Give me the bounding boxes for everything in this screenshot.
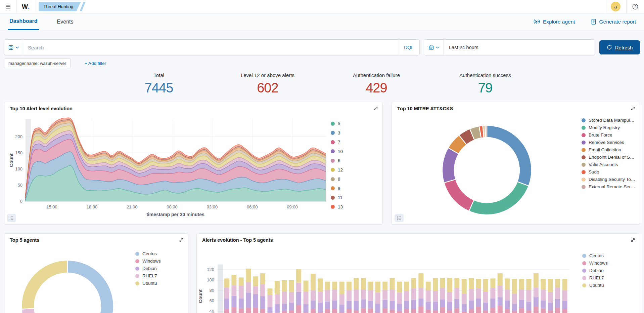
refresh-button[interactable]: Refresh: [599, 40, 640, 54]
legend-dot: [331, 177, 335, 181]
filter-row: manager.name: wazuh-server + Add filter: [4, 58, 106, 68]
logo-dot: .: [28, 3, 30, 10]
stat-total: Total 7445: [104, 72, 213, 95]
legend-item-rhel7[interactable]: RHEL7: [135, 273, 161, 278]
legend-item-ubuntu[interactable]: Ubuntu: [135, 281, 161, 286]
threat-hunting-dashboard: W. Threat Hunting a ? Dashboard Events: [0, 0, 644, 313]
legend-dot: [331, 196, 335, 200]
time-range-picker: Last 24 hours: [424, 39, 595, 55]
legend-label: Disabling Security To…: [589, 177, 635, 182]
donut-slice[interactable]: [21, 260, 67, 309]
search-input[interactable]: [28, 45, 398, 50]
donut-slice[interactable]: [485, 125, 487, 138]
donut-slice[interactable]: [444, 179, 474, 211]
calendar-dropdown-button[interactable]: [424, 40, 444, 55]
legend-item-email-collection[interactable]: Email Collection: [582, 147, 642, 152]
svg-text:100: 100: [207, 277, 214, 282]
panel-alerts-evolution-agents: Alerts evolution - Top 5 agents 40608010…: [196, 233, 640, 313]
svg-text:0: 0: [20, 199, 22, 204]
legend-item-13[interactable]: 13: [331, 204, 343, 209]
breadcrumb-slash: [80, 2, 86, 11]
filter-chip-manager-name[interactable]: manager.name: wazuh-server: [4, 58, 71, 68]
legend-item-3[interactable]: 3: [331, 130, 343, 135]
legend-item-modify-registry[interactable]: Modify Registry: [582, 125, 642, 130]
legend-item-6[interactable]: 6: [331, 158, 343, 163]
donut-slice[interactable]: [487, 125, 532, 186]
legend-label: Stored Data Manipul…: [589, 118, 635, 123]
legend-item-windows[interactable]: Windows: [582, 261, 608, 266]
module-tabs: Dashboard Events Explore agent Generate …: [0, 13, 644, 30]
donut-slice[interactable]: [469, 182, 529, 215]
legend-item-windows[interactable]: Windows: [135, 259, 161, 264]
legend-item-centos[interactable]: Centos: [582, 253, 608, 258]
legend-item-rhel7[interactable]: RHEL7: [582, 275, 608, 280]
legend-item-5[interactable]: 5: [331, 121, 343, 126]
legend-dot: [582, 133, 586, 137]
search-box: DQL: [23, 39, 420, 55]
legend-item-remove-services[interactable]: Remove Services: [582, 140, 642, 145]
generate-report-button[interactable]: Generate report: [591, 18, 636, 25]
svg-text:09:00: 09:00: [287, 204, 298, 209]
legend-item-centos[interactable]: Centos: [135, 251, 161, 256]
legend-label: Centos: [142, 251, 157, 256]
hamburger-icon: [5, 3, 11, 10]
legend-dot: [331, 186, 335, 190]
legend-label: Brute Force: [589, 132, 612, 138]
legend-item-8[interactable]: 8: [331, 177, 343, 182]
tab-dashboard[interactable]: Dashboard: [8, 13, 39, 30]
legend-item-valid-accounts[interactable]: Valid Accounts: [582, 162, 642, 167]
expand-panel-button[interactable]: [372, 105, 380, 113]
explore-agent-label: Explore agent: [543, 19, 575, 25]
legend-item-debian[interactable]: Debian: [135, 266, 161, 271]
donut-slice[interactable]: [67, 260, 113, 313]
legend-item-disabling-security-to-[interactable]: Disabling Security To…: [582, 177, 642, 182]
user-avatar[interactable]: a: [611, 2, 620, 11]
help-button[interactable]: ?: [627, 0, 644, 13]
svg-text:15:00: 15:00: [46, 204, 57, 209]
panel-actions: Explore agent Generate report: [533, 18, 639, 25]
legend-label: RHEL7: [589, 275, 604, 280]
generate-report-label: Generate report: [599, 19, 636, 25]
saved-queries-button[interactable]: [4, 39, 23, 55]
inspect-chart-button[interactable]: [7, 214, 16, 222]
hamburger-menu-button[interactable]: [0, 0, 16, 13]
dql-language-button[interactable]: DQL: [398, 39, 419, 55]
legend-item-external-remote-ser-[interactable]: External Remote Ser…: [582, 184, 642, 189]
topbar-right-controls: a ?: [605, 0, 644, 13]
legend-item-stored-data-manipul-[interactable]: Stored Data Manipul…: [582, 118, 642, 123]
legend-dot: [582, 261, 586, 265]
expand-panel-button[interactable]: [629, 105, 637, 113]
tab-events[interactable]: Events: [56, 13, 75, 30]
legend-item-9[interactable]: 9: [331, 186, 343, 191]
legend-label: 13: [338, 204, 343, 209]
legend-dot: [582, 141, 586, 145]
legend-label: Endpoint Denial of S…: [589, 155, 635, 160]
legend-dot: [331, 205, 335, 209]
legend-item-brute-force[interactable]: Brute Force: [582, 132, 642, 138]
legend-item-sudo[interactable]: Sudo: [582, 169, 642, 174]
add-filter-button[interactable]: + Add filter: [85, 61, 106, 66]
expand-panel-button[interactable]: [629, 236, 637, 244]
legend-dot: [582, 276, 586, 280]
legend-item-ubuntu[interactable]: Ubuntu: [582, 283, 608, 288]
breadcrumb: Threat Hunting: [39, 2, 84, 11]
svg-text:60: 60: [210, 298, 214, 303]
chart-legend: 53710612891113: [331, 121, 343, 213]
expand-panel-button[interactable]: [177, 236, 185, 244]
legend-item-endpoint-denial-of-s-[interactable]: Endpoint Denial of S…: [582, 155, 642, 160]
svg-text:80: 80: [210, 288, 214, 293]
explore-agent-button[interactable]: Explore agent: [533, 19, 575, 25]
logo-letter: W: [22, 3, 28, 10]
time-range-value[interactable]: Last 24 hours: [444, 45, 595, 50]
legend-item-11[interactable]: 11: [331, 195, 343, 200]
legend-label: 3: [338, 130, 340, 135]
svg-text:00:00: 00:00: [167, 204, 178, 209]
expand-icon: [373, 106, 378, 111]
legend-item-10[interactable]: 10: [331, 149, 343, 154]
legend-item-debian[interactable]: Debian: [582, 268, 608, 273]
inspect-chart-button[interactable]: [395, 214, 404, 222]
legend-item-7[interactable]: 7: [331, 140, 343, 145]
legend-item-12[interactable]: 12: [331, 167, 343, 172]
breadcrumb-threat-hunting[interactable]: Threat Hunting: [39, 2, 81, 11]
donut-slice[interactable]: [442, 148, 459, 183]
